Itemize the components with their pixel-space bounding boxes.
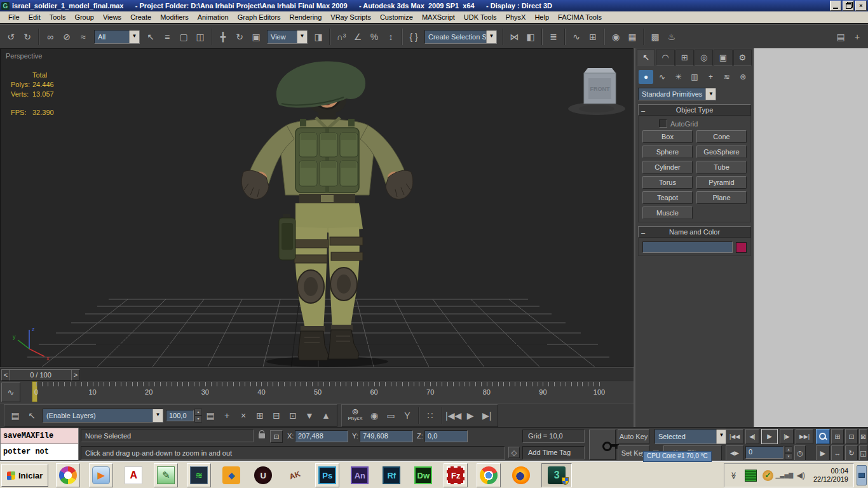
- arc-rotate-button[interactable]: ↻: [845, 445, 858, 461]
- firefox-icon[interactable]: [510, 464, 532, 487]
- add-time-tag[interactable]: Add Time Tag: [522, 446, 585, 459]
- menu-modifiers[interactable]: Modifiers: [156, 12, 193, 22]
- snap-toggle-icon[interactable]: ∩³: [334, 28, 349, 46]
- select-and-rotate-icon[interactable]: ↻: [232, 28, 247, 46]
- add-selection-to-layer-icon[interactable]: ▼: [302, 407, 317, 424]
- primitive-category-dropdown[interactable]: Standard Primitives ▼: [638, 88, 716, 100]
- object-name-input[interactable]: [642, 241, 733, 253]
- redo-icon[interactable]: ↻: [20, 28, 35, 46]
- system-monitor-icon[interactable]: ≋: [187, 463, 211, 487]
- show-desktop-button[interactable]: [857, 465, 867, 485]
- display-tab[interactable]: ▣: [714, 50, 732, 66]
- menu-edit[interactable]: Edit: [24, 12, 45, 22]
- chrome-icon[interactable]: [477, 463, 501, 487]
- object-type-cone[interactable]: Cone: [696, 130, 747, 143]
- helpers-category[interactable]: +: [703, 70, 718, 84]
- reference-coordinate-dropdown[interactable]: View▼: [267, 30, 308, 44]
- menu-maxscript[interactable]: MAXScript: [417, 12, 459, 22]
- y-coordinate-field[interactable]: 749,608: [360, 430, 413, 442]
- rectangular-selection-region-icon[interactable]: ▢: [176, 28, 191, 46]
- create-layer-icon[interactable]: +: [219, 407, 234, 424]
- maxscript-listener-line1[interactable]: saveMAXFile "D:\Ana: [0, 428, 79, 444]
- add-toolbar-icon[interactable]: +: [850, 28, 865, 46]
- perspective-viewport[interactable]: FRONT z x y Perspective Total Polys:24.4…: [0, 48, 634, 367]
- media-player-icon[interactable]: ▶: [89, 463, 113, 487]
- acrobat-pdf-icon[interactable]: A: [122, 464, 145, 487]
- minimize-button[interactable]: [830, 1, 841, 11]
- render-setup-icon[interactable]: ▦: [625, 28, 640, 46]
- next-frame-arrow[interactable]: >: [71, 369, 80, 381]
- object-type-geosphere[interactable]: GeoSphere: [696, 146, 747, 158]
- create-tab[interactable]: ↖: [637, 50, 655, 66]
- restore-button[interactable]: [843, 1, 854, 11]
- physx-rewind-icon[interactable]: |◀◀: [445, 407, 461, 424]
- paste-icon[interactable]: ⊟: [269, 407, 284, 424]
- select-object-icon[interactable]: ↖: [143, 28, 158, 46]
- physx-capsule-icon[interactable]: ▭: [383, 407, 398, 424]
- next-frame-button[interactable]: |▶: [780, 429, 794, 444]
- active-layer-dropdown[interactable]: (Enable Layers)▼: [43, 409, 163, 423]
- chevron-down-icon[interactable]: ▼: [153, 409, 163, 422]
- auto-key-button[interactable]: Auto Key: [618, 429, 649, 444]
- layer-list-icon[interactable]: ▤: [203, 407, 218, 424]
- filezilla-icon[interactable]: Fz: [444, 463, 468, 487]
- go-to-end-button[interactable]: ▶▶|: [796, 429, 813, 444]
- align-icon[interactable]: ◧: [523, 28, 538, 46]
- quick-render-icon[interactable]: ♨: [664, 28, 679, 46]
- unreal-engine-icon[interactable]: U: [252, 464, 275, 487]
- object-type-torus[interactable]: Torus: [642, 176, 693, 189]
- set-keys-button[interactable]: [589, 430, 616, 460]
- menu-vray-scripts[interactable]: VRay Scripts: [326, 12, 376, 22]
- object-type-muscle[interactable]: Muscle: [642, 207, 693, 219]
- layer-manager-icon[interactable]: ≣: [546, 28, 561, 46]
- menu-graph-editors[interactable]: Graph Editors: [233, 12, 285, 22]
- select-and-scale-icon[interactable]: ▣: [248, 28, 264, 46]
- start-button[interactable]: Iniciar: [1, 464, 48, 487]
- paste-instance-icon[interactable]: ⊡: [285, 407, 301, 424]
- menu-physx[interactable]: PhysX: [501, 12, 531, 22]
- shapes-category[interactable]: ∿: [654, 70, 669, 84]
- selection-lock-icon[interactable]: [259, 433, 265, 438]
- selection-filter-dropdown[interactable]: All▼: [94, 30, 140, 44]
- menu-file[interactable]: File: [4, 12, 24, 22]
- zoom-extents-all-button[interactable]: ⊠: [859, 429, 867, 444]
- dreamweaver-icon[interactable]: Dw: [412, 464, 435, 487]
- previous-frame-arrow[interactable]: <: [1, 369, 10, 381]
- object-type-teapot[interactable]: Teapot: [642, 191, 693, 204]
- menu-create[interactable]: Create: [126, 12, 156, 22]
- named-selection-set-dropdown[interactable]: Create Selection Set▼: [424, 30, 497, 44]
- go-to-start-button[interactable]: |◀◀: [726, 429, 743, 444]
- maxscript-listener-line2[interactable]: potter not updated,: [0, 444, 79, 461]
- chevron-down-icon[interactable]: ▼: [716, 430, 726, 444]
- object-type-cylinder[interactable]: Cylinder: [642, 161, 693, 173]
- utilities-tab[interactable]: ⚙: [733, 50, 752, 66]
- isolate-selection-icon[interactable]: ◇: [508, 447, 520, 458]
- object-type-rollout-header[interactable]: – Object Type: [638, 104, 751, 116]
- time-slider[interactable]: < 0 / 100 >: [0, 367, 634, 381]
- photoshop-icon[interactable]: Ps: [315, 463, 339, 487]
- open-mini-curve-editor-button[interactable]: ∿: [1, 383, 20, 402]
- bind-to-space-warp-icon[interactable]: ≈: [76, 28, 91, 46]
- menu-group[interactable]: Group: [70, 12, 98, 22]
- previous-frame-button[interactable]: ◀|: [745, 429, 759, 444]
- lights-category[interactable]: ☀: [671, 70, 686, 84]
- menu-tools[interactable]: Tools: [45, 12, 71, 22]
- tray-network-icon[interactable]: ▁▃▅▇: [779, 470, 790, 481]
- name-color-rollout-header[interactable]: – Name and Color: [638, 226, 751, 238]
- physx-rigid-body-icon[interactable]: ◉: [367, 407, 382, 424]
- pick-layer-icon[interactable]: ↖: [24, 407, 39, 424]
- physx-play-icon[interactable]: ▶: [463, 407, 478, 424]
- layer-value-field-spinner[interactable]: ▴▾: [194, 409, 202, 423]
- material-editor-icon[interactable]: ◉: [608, 28, 623, 46]
- named-selection-sets-icon[interactable]: { }: [406, 28, 421, 46]
- spinner-snap-icon[interactable]: ↕: [383, 28, 398, 46]
- tray-volume-icon[interactable]: ◀): [796, 470, 806, 481]
- autogrid-checkbox[interactable]: [659, 119, 667, 128]
- menu-views[interactable]: Views: [98, 12, 126, 22]
- region-zoom-button[interactable]: ▶: [816, 445, 830, 461]
- space-warps-category[interactable]: ≋: [719, 70, 734, 84]
- menu-udk-tools[interactable]: UDK Tools: [459, 12, 501, 22]
- zoom-all-button[interactable]: ⊞: [831, 429, 844, 444]
- notepad-plus-icon[interactable]: ✎: [154, 463, 178, 487]
- track-bar[interactable]: ∿ 0102030405060708090100: [0, 381, 634, 403]
